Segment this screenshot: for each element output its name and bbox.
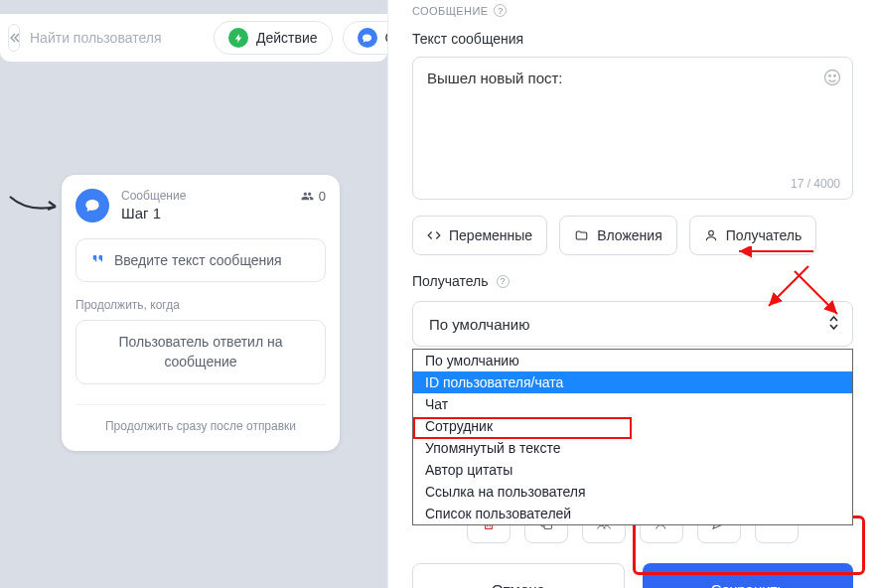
action-pill-label: Действие <box>256 30 318 46</box>
help-icon[interactable]: ? <box>494 4 507 17</box>
connector-arrow <box>8 195 63 215</box>
node-title: Шаг 1 <box>121 205 288 221</box>
chat-icon <box>358 28 377 48</box>
char-counter: 17 / 4000 <box>791 177 840 191</box>
save-button[interactable]: Сохранить <box>643 563 853 588</box>
dropdown-option-userlink[interactable]: Ссылка на пользователя <box>413 481 852 503</box>
users-icon <box>300 190 315 203</box>
footer-buttons: Отмена Сохранить <box>412 563 853 588</box>
toolbar-row: Переменные Вложения Получатель <box>412 216 853 255</box>
svg-point-3 <box>708 230 713 235</box>
flow-node[interactable]: Сообщение Шаг 1 0 Введите текст сообщени… <box>62 175 340 451</box>
help-icon[interactable]: ? <box>497 275 510 288</box>
top-toolbar: Действие Сооб <box>0 14 387 62</box>
node-user-count: 0 <box>300 189 326 204</box>
variables-button[interactable]: Переменные <box>412 216 547 255</box>
svg-point-0 <box>825 71 840 85</box>
dropdown-option-default[interactable]: По умолчанию <box>413 350 852 371</box>
search-input[interactable] <box>30 23 204 53</box>
settings-panel: СООБЩЕНИЕ ? Текст сообщения 17 / 4000 Пе… <box>387 0 877 588</box>
node-subtitle: Сообщение <box>121 189 288 203</box>
dropdown-option-userlist[interactable]: Список пользователей <box>413 503 852 524</box>
dropdown-option-employee[interactable]: Сотрудник <box>413 415 852 437</box>
user-icon <box>704 228 718 242</box>
text-field-label: Текст сообщения <box>412 31 853 47</box>
chat-icon <box>75 189 109 222</box>
collapse-button[interactable] <box>8 24 20 52</box>
dropdown-option-mentioned[interactable]: Упомянутый в тексте <box>413 437 852 459</box>
dropdown-option-userid[interactable]: ID пользователя/чата <box>413 371 852 393</box>
canvas-area: Действие Сооб Сообщение Шаг 1 0 <box>0 0 387 588</box>
emoji-icon[interactable] <box>822 68 842 91</box>
node-message-placeholder[interactable]: Введите текст сообщения <box>75 238 326 282</box>
quote-icon <box>90 251 106 269</box>
section-label: СООБЩЕНИЕ ? <box>412 4 853 17</box>
action-pill[interactable]: Действие <box>214 21 333 55</box>
attachments-button[interactable]: Вложения <box>559 216 677 255</box>
lightning-icon <box>228 28 248 48</box>
folder-icon <box>574 228 589 242</box>
continue-condition[interactable]: Пользователь ответил на сообщение <box>75 320 326 384</box>
recipient-dropdown: По умолчанию ID пользователя/чата Чат Со… <box>412 349 853 525</box>
svg-point-2 <box>834 75 836 77</box>
recipient-field-label: Получатель <box>412 273 489 289</box>
divider <box>75 404 326 405</box>
recipient-button[interactable]: Получатель <box>689 216 817 255</box>
dropdown-option-chat[interactable]: Чат <box>413 393 852 415</box>
code-icon <box>427 228 441 242</box>
cancel-button[interactable]: Отмена <box>412 563 625 588</box>
continue-immediately[interactable]: Продолжить сразу после отправки <box>75 419 326 433</box>
continue-when-label: Продолжить, когда <box>75 298 326 312</box>
svg-point-1 <box>829 75 831 77</box>
recipient-select-wrap: По умолчанию По умолчанию ID пользовател… <box>412 301 853 347</box>
dropdown-option-quote-author[interactable]: Автор цитаты <box>413 459 852 481</box>
message-textarea-wrap: 17 / 4000 <box>412 57 853 200</box>
recipient-select[interactable]: По умолчанию <box>412 301 853 347</box>
message-textarea[interactable] <box>427 70 838 187</box>
chevron-updown-icon <box>828 315 839 335</box>
